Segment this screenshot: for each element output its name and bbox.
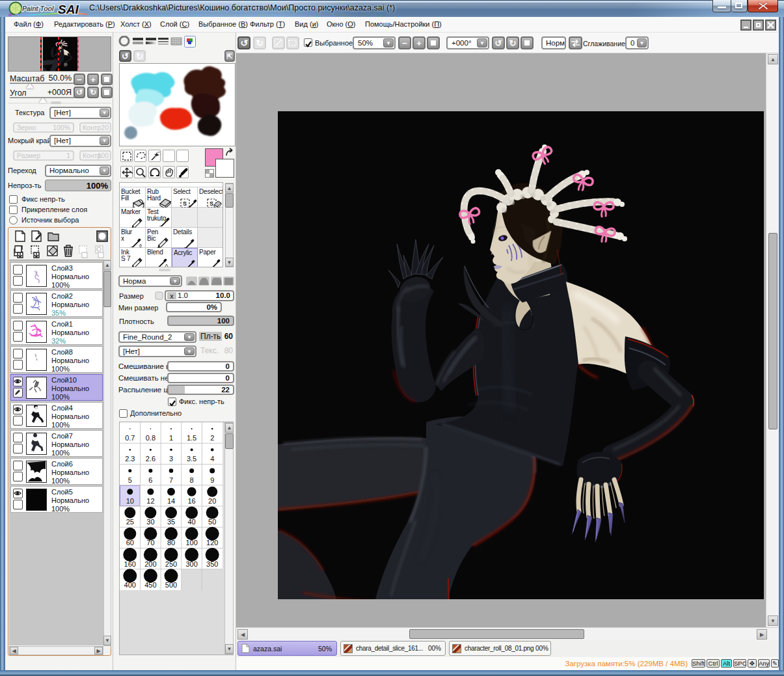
svg-text:9: 9 [210, 476, 214, 484]
svg-text:70: 70 [146, 539, 154, 547]
svg-text:450: 450 [144, 581, 156, 589]
svg-text:350: 350 [206, 560, 218, 568]
svg-text:40: 40 [187, 518, 195, 526]
svg-text:25: 25 [126, 518, 134, 526]
svg-text:60: 60 [126, 539, 134, 547]
svg-text:7: 7 [169, 476, 173, 484]
svg-text:3: 3 [169, 455, 173, 463]
svg-text:120: 120 [206, 539, 218, 547]
svg-text:500: 500 [165, 581, 177, 589]
svg-text:0.8: 0.8 [146, 434, 155, 442]
svg-text:35: 35 [167, 518, 175, 526]
svg-text:30: 30 [146, 518, 154, 526]
svg-text:1: 1 [169, 434, 173, 442]
svg-text:50: 50 [208, 518, 216, 526]
svg-text:250: 250 [165, 560, 177, 568]
svg-text:Paint Tool: Paint Tool [22, 5, 55, 12]
svg-text:S: S [210, 200, 213, 207]
svg-text:SAI: SAI [58, 3, 79, 16]
svg-text:5: 5 [128, 476, 132, 484]
svg-text:400: 400 [124, 581, 136, 589]
svg-text:12: 12 [146, 497, 154, 505]
svg-text:0.7: 0.7 [125, 434, 135, 442]
svg-text:8: 8 [190, 476, 194, 484]
svg-text:20: 20 [208, 497, 216, 505]
svg-text:16: 16 [187, 497, 195, 505]
svg-text:10: 10 [126, 497, 134, 505]
svg-text:300: 300 [185, 560, 197, 568]
svg-text:2: 2 [210, 434, 214, 442]
svg-text:200: 200 [144, 560, 156, 568]
svg-text:3.5: 3.5 [187, 455, 196, 463]
svg-text:80: 80 [167, 539, 175, 547]
svg-text:14: 14 [167, 497, 175, 505]
svg-text:2.3: 2.3 [125, 455, 135, 463]
svg-text:1.5: 1.5 [187, 434, 196, 442]
svg-text:6: 6 [148, 476, 152, 484]
svg-text:S: S [183, 200, 187, 207]
svg-text:4: 4 [210, 455, 214, 463]
svg-text:160: 160 [124, 560, 136, 568]
svg-text:100: 100 [185, 539, 197, 547]
svg-text:2.6: 2.6 [146, 455, 155, 463]
